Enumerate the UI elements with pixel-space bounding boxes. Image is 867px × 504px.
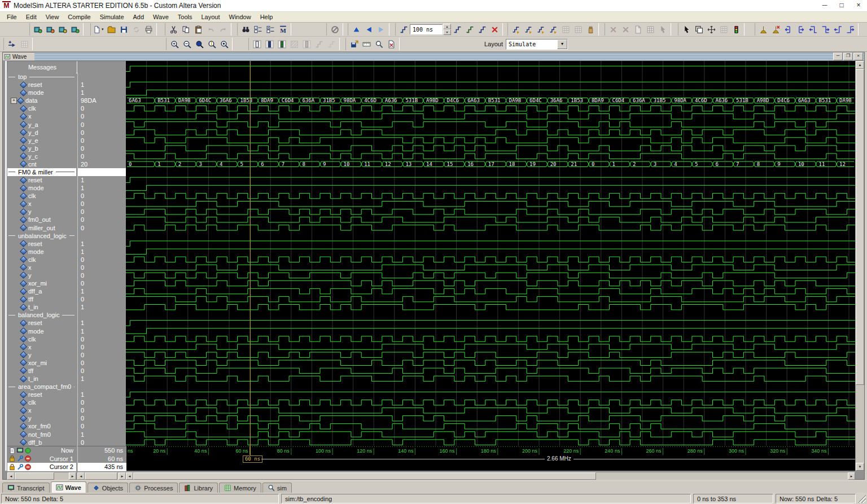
scroll-left-button[interactable]: ◄ — [126, 472, 133, 480]
insert-cursor-icon[interactable] — [757, 23, 769, 36]
zoom-out-icon[interactable] — [181, 38, 193, 50]
values-scroll-thumb[interactable] — [85, 472, 117, 480]
signal-row-y-e[interactable]: y_e — [7, 137, 76, 144]
menu-wave[interactable]: Wave — [148, 13, 173, 21]
layout-combobox[interactable]: Simulate▼ — [506, 39, 568, 50]
wave-hscrollbar[interactable]: ◄ ► — [126, 472, 855, 480]
signal-row-reset[interactable]: reset — [7, 319, 76, 327]
run-length-spinner[interactable]: ▲▼ — [443, 24, 451, 35]
scroll-right-button[interactable]: ► — [69, 472, 76, 480]
cursor-row-cursor-2[interactable]: Cursor 2 — [7, 463, 76, 471]
signal-row-clk[interactable]: clk — [7, 104, 76, 112]
find-icon[interactable] — [239, 23, 252, 36]
zoom-full-icon[interactable] — [193, 38, 205, 50]
signal-group-top[interactable]: top — [7, 73, 76, 81]
scroll-right-button[interactable]: ► — [848, 472, 855, 480]
copy-icon[interactable] — [179, 23, 192, 36]
find-previous-falling-edge-icon[interactable] — [807, 23, 819, 36]
tab-objects[interactable]: Objects — [87, 483, 128, 493]
delete-cursor-icon[interactable] — [24, 463, 32, 471]
signal-row-not-fm0[interactable]: not_fm0 — [7, 431, 76, 439]
step-into-icon[interactable] — [510, 23, 522, 36]
signal-group-unbalanced-logic[interactable]: unbalanced_logic — [7, 232, 76, 240]
new-file-icon[interactable]: ▼ — [93, 23, 105, 36]
signal-row-y-a[interactable]: y_a — [7, 120, 76, 128]
zoom-cursor-icon[interactable] — [205, 38, 218, 50]
break-icon[interactable] — [488, 23, 501, 36]
scroll-left-button[interactable]: ◄ — [77, 472, 85, 480]
signal-row-mode[interactable]: mode — [7, 248, 76, 256]
menu-edit[interactable]: Edit — [21, 13, 41, 21]
menu-view[interactable]: View — [41, 13, 64, 21]
menu-file[interactable]: File — [2, 13, 21, 21]
spin-down-icon[interactable]: ▼ — [443, 29, 451, 35]
find-next-falling-edge-icon[interactable] — [819, 23, 831, 36]
delete-cursor-icon[interactable] — [769, 23, 782, 36]
collapse-tree-icon[interactable] — [252, 23, 264, 36]
find-previous-rising-edge-icon[interactable] — [831, 23, 844, 36]
signal-row-mode[interactable]: mode — [7, 184, 76, 192]
timeline-ruler[interactable]: ns20 ns40 ns60 ns80 ns100 ns120 ns140 ns… — [126, 446, 855, 456]
signal-row-xor-fm0[interactable]: xor_fm0 — [7, 422, 76, 430]
zoom-mode-icon[interactable] — [693, 23, 705, 36]
tab-processes[interactable]: Processes — [129, 483, 178, 493]
print-icon[interactable] — [142, 23, 155, 36]
edit-cursor-icon[interactable] — [16, 455, 24, 462]
delete-cursor-icon[interactable] — [24, 455, 32, 462]
signal-row-clk[interactable]: clk — [7, 335, 76, 343]
tab-memory[interactable]: Memory — [219, 483, 261, 493]
waveform-canvas[interactable]: 6A63B531DA986D4C36A61B538DA9C6D4636A31B5… — [126, 61, 855, 471]
chevron-down-icon[interactable]: ▼ — [557, 40, 567, 49]
signal-row-t-in[interactable]: t_in — [7, 303, 76, 311]
signal-row-xor-mi[interactable]: xor_mi — [7, 279, 76, 287]
signal-row-tff[interactable]: tff — [7, 295, 76, 303]
menu-window[interactable]: Window — [225, 13, 256, 21]
values-hscrollbar[interactable]: ◄ ► — [77, 472, 126, 480]
tab-transcript[interactable]: Transcript — [2, 483, 50, 493]
lock-cursor-icon[interactable] — [8, 463, 16, 471]
pan-mode-icon[interactable] — [705, 23, 717, 36]
signal-row-data[interactable]: +data — [7, 97, 76, 104]
compile-all-icon[interactable] — [44, 23, 56, 36]
signal-group-area-compact-fm0[interactable]: area_compact_fm0 — [7, 383, 76, 391]
find-next-rising-edge-icon[interactable] — [844, 23, 856, 36]
menu-compile[interactable]: Compile — [63, 13, 95, 21]
show-ruler-icon[interactable] — [360, 38, 373, 50]
step-over-icon[interactable] — [522, 23, 535, 36]
minimize-button[interactable]: ─ — [816, 0, 833, 11]
signal-row-y[interactable]: y — [7, 271, 76, 279]
scroll-left-button[interactable]: ◄ — [7, 472, 15, 480]
select-mode-icon[interactable] — [680, 23, 693, 36]
edit-cursor-icon[interactable] — [16, 463, 24, 471]
wave-scroll-thumb[interactable] — [133, 472, 596, 480]
cursor-row-now[interactable]: Now — [7, 446, 76, 455]
find-next-transition-icon[interactable] — [794, 23, 807, 36]
zoom-range-icon[interactable] — [218, 38, 230, 50]
signal-names-panel[interactable]: topresetmode+dataclkxy_ay_dy_ey_by_ccntF… — [7, 73, 76, 446]
close-button[interactable]: × — [850, 0, 867, 11]
menu-tools[interactable]: Tools — [173, 13, 197, 21]
signal-row-clk[interactable]: clk — [7, 256, 76, 264]
signal-row-mode[interactable]: mode — [7, 327, 76, 335]
resize-grip[interactable] — [858, 495, 866, 503]
continue-run-icon[interactable] — [463, 23, 476, 36]
cursor-names-pane[interactable]: NowCursor 1Cursor 2 — [7, 446, 76, 471]
wave-minimize-button[interactable]: ─ — [833, 52, 843, 60]
signal-row-tff[interactable]: tff — [7, 367, 76, 375]
compile-icon[interactable] — [32, 23, 44, 36]
expand-tree-icon[interactable] — [264, 23, 277, 36]
wave-restore-button[interactable]: ❐ — [843, 52, 853, 60]
wave-name-column-icon[interactable] — [263, 38, 275, 50]
signal-row-x[interactable]: x — [7, 343, 76, 351]
signal-row-y-c[interactable]: y_c — [7, 152, 76, 160]
save-icon[interactable] — [117, 23, 130, 36]
add-to-wave-icon[interactable] — [6, 38, 18, 50]
step-out-icon[interactable] — [535, 23, 547, 36]
signal-row-y[interactable]: y — [7, 208, 76, 216]
insert-pane-icon[interactable] — [8, 447, 16, 454]
cursor-row-cursor-1[interactable]: Cursor 1 — [7, 455, 76, 463]
vertical-scrollbar[interactable]: ▲ ▼ — [856, 61, 864, 471]
signal-row-mode[interactable]: mode — [7, 89, 76, 97]
waveform-svg[interactable]: 6A63B531DA986D4C36A61B538DA9C6D4636A31B5… — [126, 61, 855, 446]
signal-group-fm0-miller[interactable]: FM0 & miller — [7, 168, 76, 176]
